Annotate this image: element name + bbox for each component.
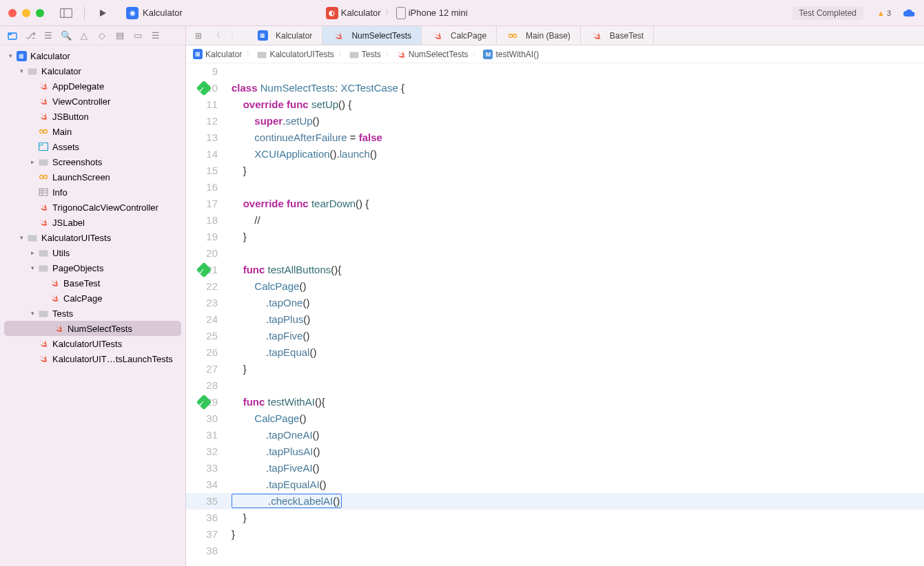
code-line-33[interactable]: 33 .tapFiveAI() bbox=[186, 460, 924, 476]
code-line-28[interactable]: 28 bbox=[186, 377, 924, 394]
code-text[interactable]: override func setUp() { bbox=[227, 96, 924, 113]
file-LaunchScreen[interactable]: LaunchScreen bbox=[0, 169, 185, 185]
line-number[interactable]: 24 bbox=[186, 311, 227, 328]
code-line-34[interactable]: 34 .tapEqualAI() bbox=[186, 476, 924, 493]
code-text[interactable]: CalcPage() bbox=[227, 278, 924, 295]
source-control-navigator-icon[interactable]: ⎇ bbox=[22, 28, 39, 43]
disclosure-triangle-icon[interactable]: ▾ bbox=[17, 234, 26, 241]
line-number[interactable]: 14 bbox=[186, 146, 227, 163]
code-text[interactable]: func testWithAI(){ bbox=[227, 394, 924, 410]
code-text[interactable]: } bbox=[227, 510, 924, 526]
test-success-icon[interactable] bbox=[196, 81, 212, 96]
test-success-icon[interactable] bbox=[196, 395, 212, 410]
code-text[interactable]: } bbox=[227, 361, 924, 377]
project-navigator-icon[interactable] bbox=[4, 28, 21, 43]
breadcrumb-Kalculator[interactable]: ▦Kalculator bbox=[193, 50, 242, 59]
code-line-20[interactable]: 20 bbox=[186, 245, 924, 262]
code-line-32[interactable]: 32 .tapPlusAI() bbox=[186, 443, 924, 460]
file-KalculatorUIT…tsLaunchTests[interactable]: KalculatorUIT…tsLaunchTests bbox=[0, 351, 185, 366]
code-line-35[interactable]: 35 .checkLabelAI() bbox=[186, 493, 924, 510]
code-text[interactable]: XCUIApplication().launch() bbox=[227, 146, 924, 163]
code-text[interactable] bbox=[227, 245, 924, 262]
code-text[interactable]: .tapPlusAI() bbox=[227, 443, 924, 460]
symbol-navigator-icon[interactable]: ☰ bbox=[40, 28, 57, 43]
disclosure-triangle-icon[interactable]: ▸ bbox=[28, 158, 37, 165]
forward-button[interactable]: 〉 bbox=[226, 29, 243, 43]
code-text[interactable]: super.setUp() bbox=[227, 113, 924, 129]
code-line-11[interactable]: 11 override func setUp() { bbox=[186, 96, 924, 113]
line-number[interactable]: 34 bbox=[186, 476, 227, 493]
code-text[interactable]: func testAllButtons(){ bbox=[227, 262, 924, 278]
code-line-29[interactable]: 29 func testWithAI(){ bbox=[186, 394, 924, 410]
source-editor[interactable]: 910class NumSelectTests: XCTestCase {11 … bbox=[186, 63, 924, 566]
code-line-21[interactable]: 21 func testAllButtons(){ bbox=[186, 262, 924, 278]
scheme-selector[interactable]: ◐ Kalculator 〉 iPhone 12 mini bbox=[326, 7, 468, 19]
code-text[interactable]: .tapEqualAI() bbox=[227, 476, 924, 493]
code-text[interactable]: .tapPlus() bbox=[227, 311, 924, 328]
code-line-16[interactable]: 16 bbox=[186, 179, 924, 196]
code-text[interactable]: override func tearDown() { bbox=[227, 196, 924, 212]
line-number[interactable]: 38 bbox=[186, 543, 227, 559]
tab-Kalculator[interactable]: ▦Kalculator bbox=[247, 26, 322, 45]
line-number[interactable]: 12 bbox=[186, 113, 227, 129]
code-text[interactable]: .tapOne() bbox=[227, 295, 924, 311]
code-text[interactable]: .tapFive() bbox=[227, 328, 924, 344]
file-JSLabel[interactable]: JSLabel bbox=[0, 215, 185, 230]
file-JSButton[interactable]: JSButton bbox=[0, 109, 185, 124]
line-number[interactable]: 25 bbox=[186, 328, 227, 344]
related-items-icon[interactable]: ⊞ bbox=[190, 29, 207, 43]
line-number[interactable]: 18 bbox=[186, 212, 227, 229]
line-number[interactable]: 37 bbox=[186, 526, 227, 543]
code-line-36[interactable]: 36 } bbox=[186, 510, 924, 526]
code-text[interactable]: .tapEqual() bbox=[227, 344, 924, 361]
breakpoint-navigator-icon[interactable]: ▭ bbox=[130, 28, 146, 43]
code-line-22[interactable]: 22 CalcPage() bbox=[186, 278, 924, 295]
disclosure-triangle-icon[interactable]: ▾ bbox=[28, 310, 37, 317]
file-Info[interactable]: Info bbox=[0, 185, 185, 200]
line-number[interactable]: 28 bbox=[186, 377, 227, 394]
file-KalculatorUITests[interactable]: KalculatorUITests bbox=[0, 336, 185, 351]
disclosure-triangle-icon[interactable]: ▸ bbox=[28, 249, 37, 256]
line-number[interactable]: 20 bbox=[186, 245, 227, 262]
code-line-30[interactable]: 30 CalcPage() bbox=[186, 410, 924, 427]
line-number[interactable]: 9 bbox=[186, 63, 227, 80]
breadcrumb-NumSelectTests[interactable]: NumSelectTests bbox=[396, 50, 469, 59]
group-pageobjects[interactable]: ▾PageObjects bbox=[0, 260, 185, 275]
code-line-15[interactable]: 15 } bbox=[186, 163, 924, 179]
line-number[interactable]: 31 bbox=[186, 427, 227, 443]
code-text[interactable]: class NumSelectTests: XCTestCase { bbox=[227, 80, 924, 96]
code-text[interactable]: continueAfterFailure = false bbox=[227, 129, 924, 146]
line-number[interactable]: 16 bbox=[186, 179, 227, 196]
code-line-17[interactable]: 17 override func tearDown() { bbox=[186, 196, 924, 212]
code-text[interactable]: .checkLabelAI() bbox=[227, 493, 924, 510]
code-text[interactable]: CalcPage() bbox=[227, 410, 924, 427]
disclosure-triangle-icon[interactable]: ▾ bbox=[17, 67, 26, 74]
line-number[interactable]: 26 bbox=[186, 344, 227, 361]
file-ViewController[interactable]: ViewController bbox=[0, 94, 185, 109]
line-number[interactable]: 10 bbox=[186, 80, 227, 96]
test-success-icon[interactable] bbox=[196, 262, 212, 278]
code-line-9[interactable]: 9 bbox=[186, 63, 924, 80]
code-line-10[interactable]: 10class NumSelectTests: XCTestCase { bbox=[186, 80, 924, 96]
back-button[interactable]: 〈 bbox=[208, 29, 225, 43]
group-app[interactable]: ▾Kalculator bbox=[0, 63, 185, 78]
run-button[interactable] bbox=[93, 5, 112, 21]
group-utils[interactable]: ▸Utils bbox=[0, 245, 185, 260]
breadcrumb-testWithAI()[interactable]: MtestWithAI() bbox=[483, 50, 539, 59]
code-text[interactable]: } bbox=[227, 526, 924, 543]
file-TrigonoCalcViewController[interactable]: TrigonoCalcViewController bbox=[0, 200, 185, 215]
code-text[interactable] bbox=[227, 63, 924, 80]
file-Screenshots[interactable]: ▸Screenshots bbox=[0, 154, 185, 169]
file-BaseTest[interactable]: BaseTest bbox=[0, 275, 185, 291]
issue-navigator-icon[interactable]: △ bbox=[76, 28, 92, 43]
line-number[interactable]: 32 bbox=[186, 443, 227, 460]
code-text[interactable] bbox=[227, 543, 924, 559]
code-line-24[interactable]: 24 .tapPlus() bbox=[186, 311, 924, 328]
line-number[interactable]: 21 bbox=[186, 262, 227, 278]
code-line-13[interactable]: 13 continueAfterFailure = false bbox=[186, 129, 924, 146]
breadcrumb-KalculatorUITests[interactable]: KalculatorUITests bbox=[257, 50, 333, 59]
cloud-icon[interactable] bbox=[902, 8, 916, 18]
code-line-23[interactable]: 23 .tapOne() bbox=[186, 295, 924, 311]
code-line-19[interactable]: 19 } bbox=[186, 229, 924, 245]
zoom-window[interactable] bbox=[36, 9, 44, 17]
